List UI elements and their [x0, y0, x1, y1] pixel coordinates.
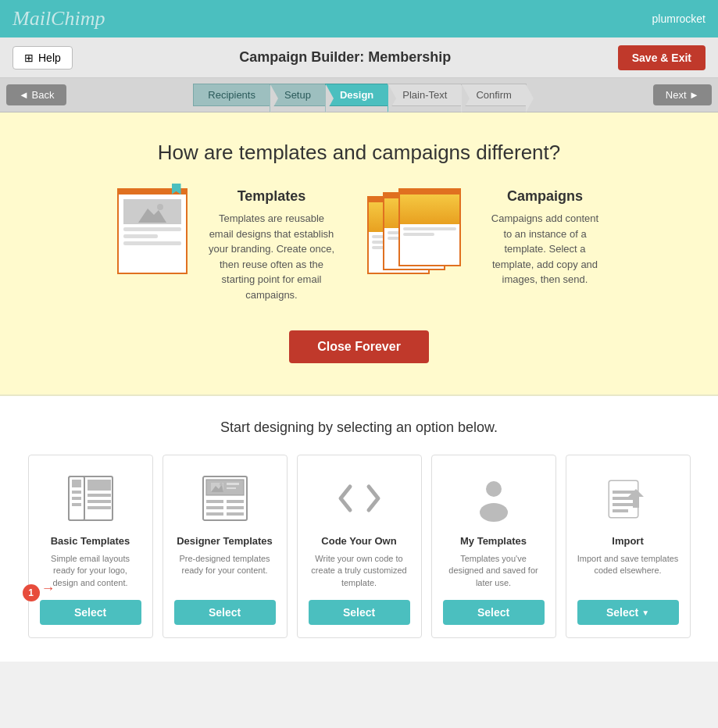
info-row: Templates Templates are reusable email d… — [47, 188, 671, 302]
step-recipients-label: Recipients — [208, 89, 255, 101]
code-your-own-title: Code Your Own — [321, 535, 396, 547]
help-button[interactable]: ⊞ Help — [13, 46, 73, 70]
svg-rect-10 — [88, 494, 111, 497]
user-label: plumrocket — [652, 12, 705, 25]
svg-rect-31 — [613, 491, 634, 494]
templates-title: Templates — [208, 188, 336, 205]
campaign-title: Campaign Builder: Membership — [239, 49, 451, 66]
step-design[interactable]: Design — [325, 84, 388, 106]
top-bar: MailChimp plumrocket — [0, 0, 718, 37]
badge-1: 1 — [23, 584, 40, 601]
templates-info: Templates Templates are reusable email d… — [117, 188, 336, 302]
campaigns-text: Campaigns Campaigns add content to an in… — [489, 188, 602, 287]
back-button[interactable]: ◄ Back — [6, 84, 66, 105]
basic-templates-select-label: Select — [74, 606, 106, 619]
info-banner: How are templates and campaigns differen… — [0, 112, 718, 396]
step-design-label: Design — [340, 89, 373, 101]
templates-desc: Templates are reusable email designs tha… — [208, 211, 336, 302]
toolbar: ⊞ Help Campaign Builder: Membership Save… — [0, 37, 718, 78]
import-title: Import — [612, 535, 643, 547]
basic-templates-title: Basic Templates — [51, 535, 130, 547]
my-templates-select-button[interactable]: Select — [443, 600, 545, 625]
code-your-own-select-label: Select — [343, 606, 375, 619]
svg-rect-23 — [206, 512, 223, 516]
campaigns-visual — [367, 188, 477, 282]
svg-rect-26 — [227, 512, 244, 516]
svg-rect-11 — [88, 500, 111, 503]
code-your-own-desc: Write your own code to create a truly cu… — [309, 553, 410, 589]
next-button[interactable]: Next ► — [653, 84, 712, 105]
step-recipients[interactable]: Recipients — [193, 84, 270, 106]
badge-arrow: → — [41, 580, 55, 597]
templates-text: Templates Templates are reusable email d… — [208, 188, 336, 302]
template-visual — [117, 188, 195, 282]
svg-point-28 — [480, 503, 508, 522]
svg-rect-33 — [613, 503, 634, 506]
card-basic-templates: Basic Templates Simple email layouts rea… — [28, 455, 153, 638]
basic-templates-select-button[interactable]: Select — [40, 600, 141, 625]
designer-templates-title: Designer Templates — [177, 535, 273, 547]
logo-text: MailChimp — [13, 7, 105, 30]
grid-icon: ⊞ — [24, 52, 34, 64]
step-plaintext[interactable]: Plain-Text — [388, 84, 462, 106]
svg-rect-20 — [227, 487, 236, 489]
steps-row: Recipients Setup Design Plain-Text Confi… — [193, 84, 527, 106]
svg-rect-22 — [206, 506, 223, 509]
designer-templates-select-label: Select — [209, 606, 241, 619]
svg-rect-19 — [227, 483, 239, 485]
save-exit-button[interactable]: Save & Exit — [618, 45, 705, 70]
import-desc: Import and save templates coded elsewher… — [577, 553, 679, 589]
svg-rect-25 — [227, 506, 244, 509]
svg-rect-8 — [72, 503, 81, 506]
campaign-title-bold: Campaign Builder: — [239, 49, 364, 65]
svg-rect-12 — [88, 506, 111, 509]
step-confirm[interactable]: Confirm — [461, 84, 527, 106]
step-setup-label: Setup — [284, 89, 311, 101]
my-templates-desc: Templates you've designed and saved for … — [443, 553, 545, 589]
svg-point-27 — [486, 481, 502, 497]
svg-rect-32 — [613, 497, 634, 500]
svg-point-2 — [157, 204, 163, 210]
card-my-templates: My Templates Templates you've designed a… — [431, 455, 556, 638]
designer-template-icon — [198, 471, 252, 526]
designer-templates-select-button[interactable]: Select — [174, 600, 276, 625]
template-options: Basic Templates Simple email layouts rea… — [16, 455, 702, 638]
my-templates-select-label: Select — [477, 606, 509, 619]
campaigns-desc: Campaigns add content to an instance of … — [489, 211, 602, 287]
card-designer-templates: Designer Templates Pre-designed template… — [163, 455, 288, 638]
import-dropdown-arrow: ▼ — [641, 608, 649, 617]
svg-rect-6 — [72, 491, 81, 494]
import-select-button[interactable]: Select ▼ — [577, 600, 679, 625]
help-label: Help — [38, 52, 61, 64]
svg-point-18 — [220, 483, 223, 486]
svg-rect-21 — [206, 500, 223, 503]
section-title: Start designing by selecting an option b… — [16, 419, 702, 436]
close-forever-button[interactable]: Close Forever — [289, 330, 429, 363]
campaigns-info: Campaigns Campaigns add content to an in… — [367, 188, 602, 287]
designer-templates-desc: Pre-designed templates ready for your co… — [174, 553, 276, 589]
step-confirm-label: Confirm — [476, 89, 512, 101]
step-setup[interactable]: Setup — [270, 84, 326, 106]
logo: MailChimp — [13, 7, 105, 30]
svg-rect-5 — [72, 480, 81, 487]
campaign-title-rest: Membership — [368, 49, 451, 65]
main-content: Start designing by selecting an option b… — [0, 396, 718, 662]
svg-rect-9 — [88, 480, 111, 491]
step-plaintext-label: Plain-Text — [402, 89, 447, 101]
svg-rect-34 — [613, 509, 628, 512]
svg-rect-7 — [72, 497, 81, 500]
import-icon — [601, 471, 655, 526]
nav-steps: ◄ Back Recipients Setup Design Plain-Tex… — [0, 78, 718, 112]
card-import: Import Import and save templates coded e… — [566, 455, 691, 638]
my-templates-icon — [466, 471, 521, 526]
card-code-your-own: Code Your Own Write your own code to cre… — [297, 455, 422, 638]
code-icon — [332, 471, 387, 526]
template-image-placeholder — [123, 199, 181, 224]
basic-template-icon — [63, 471, 118, 526]
code-your-own-select-button[interactable]: Select — [309, 600, 410, 625]
my-templates-title: My Templates — [460, 535, 527, 547]
svg-rect-24 — [227, 500, 244, 503]
campaigns-title: Campaigns — [489, 188, 602, 205]
import-select-label: Select — [606, 606, 638, 619]
info-heading: How are templates and campaigns differen… — [47, 141, 671, 165]
